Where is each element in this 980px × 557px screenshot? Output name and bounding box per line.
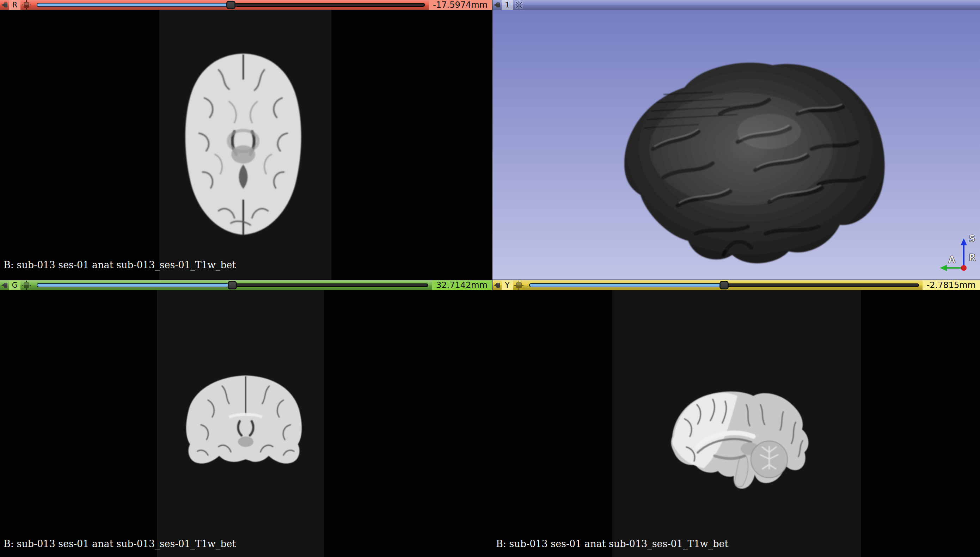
slice-view-yellow: Y -2.7815mm	[492, 280, 980, 557]
slice-view-green: G 32.7142mm	[0, 280, 492, 557]
pin-icon[interactable]	[0, 0, 9, 10]
slice-visibility-icon[interactable]	[513, 280, 525, 290]
axial-brain-slice	[166, 49, 321, 239]
view-label-badge[interactable]: R	[9, 0, 20, 10]
slider-handle[interactable]	[720, 281, 729, 290]
red-slice-controller-bar: R -17.5974mm	[0, 0, 492, 10]
slice-offset-slider[interactable]	[37, 280, 428, 290]
axis-label-right: R	[969, 252, 976, 263]
slice-offset-value[interactable]: -2.7815mm	[923, 280, 980, 290]
yellow-slice-viewport[interactable]: B: sub-013 ses-01 anat sub-013_ses-01_T1…	[492, 290, 980, 557]
pin-icon[interactable]	[492, 0, 501, 10]
threed-viewport[interactable]: S A R	[492, 10, 980, 280]
yellow-slice-controller-bar: Y -2.7815mm	[492, 280, 980, 290]
slice-view-red: R -17.5974mm	[0, 0, 492, 280]
slice-offset-slider[interactable]	[529, 280, 919, 290]
slice-offset-value[interactable]: -17.5974mm	[429, 0, 492, 10]
pin-icon[interactable]	[0, 280, 9, 290]
brain-3d-render	[572, 43, 896, 272]
view-label-badge[interactable]: 1	[501, 0, 513, 10]
orientation-axes-widget: S A R	[938, 228, 977, 276]
slice-offset-value[interactable]: 32.7142mm	[432, 280, 492, 290]
slider-handle[interactable]	[226, 1, 236, 9]
view-label-badge[interactable]: Y	[501, 280, 513, 290]
slice-visibility-icon[interactable]	[20, 0, 33, 10]
slice-visibility-icon[interactable]	[20, 280, 33, 290]
slider-track-fill[interactable]	[529, 283, 724, 287]
view-label-badge[interactable]: G	[9, 280, 20, 290]
coronal-brain-slice	[176, 372, 316, 476]
threed-view: 1	[492, 0, 980, 280]
volume-annotation: B: sub-013 ses-01 anat sub-013_ses-01_T1…	[3, 259, 236, 270]
red-slice-viewport[interactable]: B: sub-013 ses-01 anat sub-013_ses-01_T1…	[0, 10, 492, 280]
threed-controller-bar: 1	[492, 0, 980, 10]
pin-icon[interactable]	[492, 280, 501, 290]
volume-annotation: B: sub-013 ses-01 anat sub-013_ses-01_T1…	[496, 538, 728, 549]
green-slice-viewport[interactable]: B: sub-013 ses-01 anat sub-013_ses-01_T1…	[0, 290, 492, 557]
slice-offset-slider[interactable]	[37, 0, 425, 10]
volume-annotation: B: sub-013 ses-01 anat sub-013_ses-01_T1…	[3, 538, 236, 549]
slider-track-fill[interactable]	[37, 283, 232, 287]
center-view-icon[interactable]	[513, 0, 525, 10]
slider-track-fill[interactable]	[37, 3, 231, 7]
sagittal-brain-slice	[644, 380, 820, 495]
axis-label-anterior: A	[948, 254, 955, 265]
green-slice-controller-bar: G 32.7142mm	[0, 280, 492, 290]
slider-handle[interactable]	[228, 281, 237, 290]
axis-label-superior: S	[969, 233, 975, 244]
